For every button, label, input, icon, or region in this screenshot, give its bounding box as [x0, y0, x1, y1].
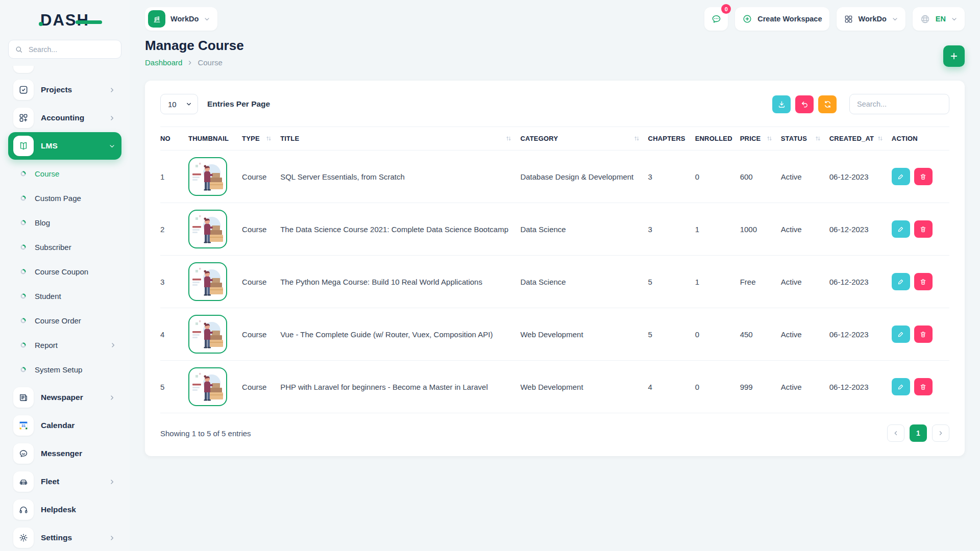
language-selector[interactable]: EN [913, 7, 965, 31]
breadcrumb-dashboard-link[interactable]: Dashboard [145, 58, 182, 67]
column-label: CATEGORY [520, 135, 558, 142]
column-header-content: NO [160, 135, 188, 142]
create-workspace-label: Create Workspace [757, 15, 822, 23]
sidebar-subitem-subscriber[interactable]: Subscriber [15, 235, 121, 259]
add-course-button[interactable] [943, 45, 965, 67]
undo-button[interactable] [795, 95, 814, 113]
sidebar-item-newspaper[interactable]: Newspaper [8, 384, 121, 411]
row-number: 3 [160, 278, 164, 286]
course-enrolled: 0 [695, 383, 699, 391]
sidebar-item-lms[interactable]: LMS [8, 132, 121, 160]
sidebar-subitem-blog[interactable]: Blog [15, 210, 121, 235]
sidebar-subitem-course[interactable]: Course [15, 161, 121, 186]
pagination-next-button[interactable] [932, 424, 949, 442]
cell-action [892, 361, 949, 413]
sidebar-item-helpdesk[interactable]: Helpdesk [8, 496, 121, 523]
sidebar-subitem-course-coupon[interactable]: Course Coupon [15, 259, 121, 284]
entries-value: 10 [168, 100, 177, 109]
cell-thumbnail [188, 203, 242, 256]
chat-badge: 0 [721, 4, 731, 14]
cell-price: 600 [740, 151, 781, 203]
delete-button[interactable] [914, 273, 933, 290]
cell-price: 1000 [740, 203, 781, 256]
row-number: 4 [160, 330, 164, 339]
sidebar-subitem-custom-page[interactable]: Custom Page [15, 186, 121, 210]
cell-price: Free [740, 256, 781, 308]
create-workspace-button[interactable]: Create Workspace [735, 7, 829, 31]
column-header-category[interactable]: CATEGORY [520, 127, 648, 151]
sidebar-subitem-report[interactable]: Report [15, 333, 121, 357]
logo[interactable]: DASH [8, 7, 121, 34]
edit-button[interactable] [892, 378, 910, 395]
sort-icon [877, 135, 884, 142]
table-search-input[interactable] [849, 94, 949, 114]
sidebar-item-messenger[interactable]: Messenger [8, 440, 121, 467]
chat-button[interactable]: 0 [704, 7, 728, 31]
cell-type: Course [242, 256, 280, 308]
sidebar-item-calendar[interactable]: 31Calendar [8, 412, 121, 439]
edit-button[interactable] [892, 325, 910, 343]
trash-icon [919, 278, 927, 286]
cell-title: PHP with Laravel for beginners - Become … [280, 361, 520, 413]
sidebar-item-settings[interactable]: Settings [8, 524, 121, 551]
chevron-left-icon [893, 430, 899, 436]
course-price: 600 [740, 172, 753, 181]
sidebar-item-clipped[interactable] [8, 66, 121, 74]
sidebar-item-accounting[interactable]: Accounting [8, 104, 121, 132]
table-row: 3CourseThe Python Mega Course: Build 10 … [160, 256, 949, 308]
export-button[interactable] [772, 95, 791, 113]
workspace-grid-icon [844, 14, 853, 24]
course-price: Free [740, 278, 756, 286]
sidebar-subitem-course-order[interactable]: Course Order [15, 308, 121, 333]
delete-button[interactable] [914, 325, 933, 343]
workspace-menu-label: WorkDo [859, 15, 887, 23]
svg-text:31: 31 [21, 423, 26, 428]
workspace-menu[interactable]: WorkDo [837, 7, 905, 31]
cell-title: SQL Server Essentials, from Scratch [280, 151, 520, 203]
column-header-price[interactable]: PRICE [740, 127, 781, 151]
sidebar-item-projects[interactable]: Projects [8, 76, 121, 104]
dot-icon [20, 220, 26, 226]
sidebar-item-fleet[interactable]: Fleet [8, 468, 121, 495]
dot-icon [20, 269, 26, 274]
course-type: Course [242, 172, 266, 181]
edit-button[interactable] [892, 273, 910, 290]
calendar-icon: 31 [13, 415, 34, 436]
delete-button[interactable] [914, 220, 933, 238]
chat-icon [710, 13, 722, 25]
cell-status: Active [781, 308, 829, 361]
refresh-button[interactable] [818, 95, 837, 113]
entries-per-page-select[interactable]: 10 [160, 94, 198, 114]
course-chapters: 3 [648, 172, 652, 181]
course-table: NOTHUMBNAILTYPETITLECATEGORYCHAPTERSENRO… [160, 127, 949, 413]
sidebar-subitem-student[interactable]: Student [15, 284, 121, 308]
dot-icon [20, 195, 26, 201]
column-label: PRICE [740, 135, 761, 142]
pagination: 1 [887, 424, 949, 442]
course-type: Course [242, 383, 266, 391]
delete-button[interactable] [914, 378, 933, 395]
sidebar-subitem-label: Course [35, 169, 59, 178]
entries-label: Entries Per Page [207, 99, 270, 109]
edit-button[interactable] [892, 220, 910, 238]
workspace-selector[interactable]: WorkDo [145, 7, 217, 31]
sidebar-item-label: Helpdesk [41, 505, 76, 514]
cell-no: 2 [160, 203, 188, 256]
course-title: SQL Server Essentials, from Scratch [280, 172, 405, 181]
edit-button[interactable] [892, 168, 910, 185]
pagination-prev-button[interactable] [887, 424, 904, 442]
sidebar-subitem-system-setup[interactable]: System Setup [15, 357, 121, 382]
sidebar-search-input[interactable] [28, 45, 115, 54]
page-header: Manage Course Dashboard Course [130, 33, 980, 67]
sidebar-item-label: Fleet [41, 477, 59, 486]
course-price: 999 [740, 383, 753, 391]
delete-button[interactable] [914, 168, 933, 185]
newspaper-icon [13, 387, 34, 408]
cell-chapters: 5 [648, 308, 695, 361]
course-thumbnail [188, 262, 227, 301]
column-header-type[interactable]: TYPE [242, 127, 280, 151]
pagination-page-1[interactable]: 1 [910, 424, 927, 442]
column-header-status[interactable]: STATUS [781, 127, 829, 151]
column-header-created_at[interactable]: CREATED_AT [829, 127, 892, 151]
column-header-title[interactable]: TITLE [280, 127, 520, 151]
